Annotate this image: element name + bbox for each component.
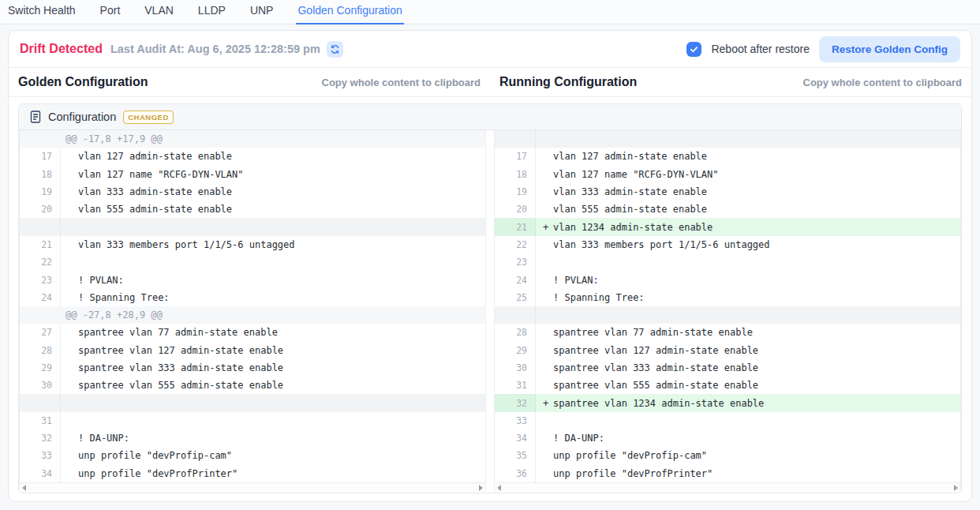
copy-golden-config-link[interactable]: Copy whole content to clipboard (322, 77, 481, 88)
line-number: 35 (495, 447, 536, 464)
diff-row-line: 29spantree vlan 127 admin-state enable (495, 342, 960, 359)
line-number (495, 130, 536, 148)
changed-badge: CHANGED (123, 111, 174, 124)
line-content: ! DA-UNP: (536, 429, 960, 447)
golden-config-header: Golden Configuration Copy whole content … (9, 68, 490, 96)
tab-vlan[interactable]: VLAN (143, 0, 175, 24)
line-number (495, 306, 536, 324)
diff-row-line: 20vlan 555 admin-state enable (20, 201, 485, 218)
line-content: vlan 555 admin-state enable (61, 201, 485, 218)
line-number: 21 (20, 236, 61, 253)
scroll-left-icon[interactable] (22, 485, 26, 491)
diff-row-line: 34unp profile "devProfPrinter" (20, 465, 485, 482)
diff-row-line: 29spantree vlan 333 admin-state enable (20, 359, 485, 377)
tab-port[interactable]: Port (99, 0, 122, 24)
line-number: 22 (20, 253, 61, 271)
tab-switch-health[interactable]: Switch Health (6, 0, 77, 24)
diff-file-name: Configuration (48, 111, 116, 123)
line-content: spantree vlan 555 admin-state enable (536, 377, 960, 394)
line-content: ! Spanning Tree: (61, 289, 485, 306)
tab-lldp[interactable]: LLDP (196, 0, 227, 24)
line-content: ! PVLAN: (536, 271, 960, 288)
diff-rows-left: @@ -17,8 +17,9 @@17vlan 127 admin-state … (20, 130, 485, 482)
line-content: +vlan 1234 admin-state enable (536, 218, 960, 235)
horizontal-scrollbar-right[interactable] (495, 482, 960, 493)
line-content (536, 253, 960, 271)
diff-row-line: 36unp profile "devProfPrinter" (495, 465, 960, 482)
line-number: 30 (495, 359, 536, 377)
diff-pane-left: @@ -17,8 +17,9 @@17vlan 127 admin-state … (19, 130, 486, 493)
diff-row-placeholder (495, 306, 960, 324)
line-number: 36 (495, 465, 536, 482)
diff-row-line: 34! DA-UNP: (495, 429, 960, 447)
diff-row-line: 25! Spanning Tree: (495, 289, 960, 306)
line-number: 28 (20, 342, 61, 359)
line-number: 20 (20, 201, 61, 218)
line-number: 24 (20, 289, 61, 306)
copy-running-config-link[interactable]: Copy whole content to clipboard (803, 77, 963, 88)
diff-row-line: 27spantree vlan 77 admin-state enable (20, 324, 485, 341)
line-number: 34 (20, 465, 61, 482)
line-content: unp profile "devProfip-cam" (61, 447, 485, 464)
sync-icon[interactable] (327, 41, 343, 58)
diff-row-line: 28spantree vlan 77 admin-state enable (495, 324, 960, 341)
diff-row-line: 23 (495, 253, 960, 271)
line-number: 33 (495, 412, 536, 429)
diff-row-placeholder (495, 130, 960, 148)
line-number: 34 (495, 429, 536, 447)
diff-row-line: 30spantree vlan 555 admin-state enable (20, 377, 485, 394)
line-content (536, 412, 960, 429)
line-number: 19 (20, 183, 61, 201)
line-content: +spantree vlan 1234 admin-state enable (536, 394, 960, 411)
diff-row-line: 17vlan 127 admin-state enable (20, 148, 485, 165)
line-content: spantree vlan 333 admin-state enable (61, 359, 485, 377)
tab-golden-configuration[interactable]: Golden Configuration (296, 0, 403, 24)
scroll-left-icon[interactable] (497, 485, 501, 491)
reboot-after-restore-label: Reboot after restore (711, 43, 810, 55)
line-number: 22 (495, 236, 536, 253)
line-content (61, 218, 485, 235)
line-content: unp profile "devProfip-cam" (536, 447, 960, 464)
line-number (20, 218, 61, 235)
diff-row-line: 21vlan 333 members port 1/1/5-6 untagged (20, 236, 485, 253)
diff-row-line: 24! PVLAN: (495, 271, 960, 288)
diff-panes: @@ -17,8 +17,9 @@17vlan 127 admin-state … (19, 130, 961, 493)
diff-row-line: 23! PVLAN: (20, 271, 485, 288)
line-number: 25 (495, 289, 536, 306)
line-number: 32 (495, 394, 536, 411)
line-content: ! PVLAN: (61, 271, 485, 288)
line-number (20, 394, 61, 411)
horizontal-scrollbar-left[interactable] (20, 482, 485, 493)
diff-row-line: 32! DA-UNP: (20, 429, 485, 447)
line-number: 31 (495, 377, 536, 394)
diff-row-line: 19vlan 333 admin-state enable (20, 183, 485, 201)
line-number: 30 (20, 377, 61, 394)
golden-config-title: Golden Configuration (18, 75, 148, 89)
line-content: unp profile "devProfPrinter" (61, 465, 485, 482)
restore-golden-config-button[interactable]: Restore Golden Config (819, 36, 960, 62)
diff-row-line: 17vlan 127 admin-state enable (495, 148, 960, 165)
scroll-right-icon[interactable] (954, 485, 958, 491)
line-number: 29 (20, 359, 61, 377)
line-content: vlan 555 admin-state enable (536, 201, 960, 218)
line-content: ! DA-UNP: (61, 429, 485, 447)
line-content: spantree vlan 333 admin-state enable (536, 359, 960, 377)
column-headers: Golden Configuration Copy whole content … (9, 68, 971, 97)
diff-row-placeholder (20, 394, 485, 411)
check-icon (690, 45, 698, 54)
line-content: unp profile "devProfPrinter" (536, 465, 960, 482)
line-content: spantree vlan 77 admin-state enable (536, 324, 960, 341)
tab-bar: Switch HealthPortVLANLLDPUNPGolden Confi… (0, 0, 980, 24)
diff-row-line: 33unp profile "devProfip-cam" (20, 447, 485, 464)
line-number: 23 (495, 253, 536, 271)
diff-row-line: 22vlan 333 members port 1/1/5-6 untagged (495, 236, 960, 253)
scroll-right-icon[interactable] (479, 485, 483, 491)
line-number: 19 (495, 183, 536, 201)
diff-row-line: 22 (20, 253, 485, 271)
diff-row-line: 35unp profile "devProfip-cam" (495, 447, 960, 464)
reboot-after-restore-checkbox[interactable] (686, 42, 701, 57)
line-content: vlan 127 admin-state enable (536, 148, 960, 165)
line-content: spantree vlan 77 admin-state enable (61, 324, 485, 341)
tab-unp[interactable]: UNP (249, 0, 275, 24)
line-content: ! Spanning Tree: (536, 289, 960, 306)
